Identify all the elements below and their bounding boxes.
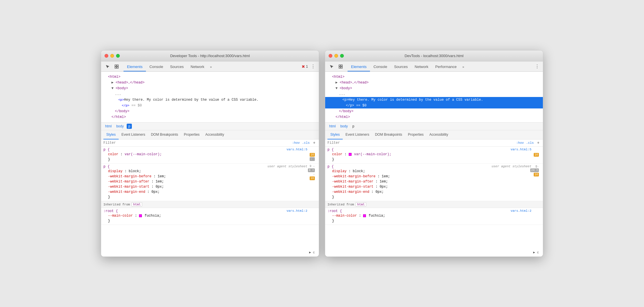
css-source-link-1[interactable]: vars.html:5 [286,148,307,151]
minimize-button-1[interactable] [110,54,114,58]
dom-p-content[interactable]: <p>Hey there. My color is determined by … [101,97,319,103]
inherited-from-1: Inherited from html [101,201,319,208]
style-tab-properties[interactable]: Properties [181,130,203,139]
css-source-ua-2: user agent stylesheet [491,165,531,168]
prop-val-ma-2: 1em; [380,180,388,184]
style-tab-accessibility[interactable]: Accessibility [203,130,227,139]
body-expand-2[interactable]: ▼ [336,86,338,90]
toolbar-right-2: ⋮ [534,63,541,70]
tab-network-1[interactable]: Network [187,62,208,71]
color-swatch-fuchsia-2[interactable] [363,214,366,217]
style-tab-accessibility-2[interactable]: Accessibility [427,130,451,139]
tab-more-1[interactable]: » [208,62,214,71]
dom-body[interactable]: ▼ <body> [101,86,319,91]
close-button-1[interactable] [105,54,108,58]
ellipsis-text-2: ... [339,92,345,96]
maximize-button-2[interactable] [340,54,344,58]
style-tab-dom-breakpoints-2[interactable]: DOM Breakpoints [372,130,405,139]
css-prop-mb: -webkit-margin-before : 1em; [103,174,307,179]
dom-head[interactable]: ▶ <head>…</head> [101,80,319,86]
prop-colon-me: : [147,190,151,194]
body-expand[interactable]: ▼ [111,86,113,90]
close-button-2[interactable] [329,54,332,58]
tab-more-2[interactable]: » [460,62,466,71]
css-source-root[interactable]: vars.html:2 [286,209,307,213]
cursor-icon[interactable] [103,63,111,71]
filter-cls-1[interactable]: .cls [302,141,310,145]
tab-elements-2[interactable]: Elements [348,62,370,71]
dom-html-close: </html> [101,114,319,120]
styles-panel-1[interactable]: :hov .cls + p { vars.html:5 color : var(… [101,139,319,257]
css-rule-root: :root { vars.html:2 --main-color : fuchs… [101,208,319,225]
tab-elements-1[interactable]: Elements [124,62,146,71]
dom-p-content-2[interactable]: <p>Hey there. My color is determined by … [325,97,543,103]
style-tab-styles-2[interactable]: Styles [327,130,343,139]
body-close-tag: </body> [115,109,129,113]
breadcrumb-p[interactable]: p [127,124,132,129]
head-expand[interactable]: ▶ [111,81,113,85]
prop-colon-2: : [344,152,348,156]
style-tab-styles[interactable]: Styles [103,130,119,139]
dom-head-2[interactable]: ▶ <head>…</head> [325,80,543,86]
style-tab-properties-2[interactable]: Properties [405,130,427,139]
css-source-link-2[interactable]: vars.html:5 [510,148,531,151]
filter-hov-2[interactable]: :hov [516,141,524,145]
dom-html[interactable]: <html> [101,74,319,80]
dom-p-close-2[interactable]: </p> == $0 [325,103,543,108]
breadcrumb-html-2[interactable]: html [327,124,338,129]
css-selector-root: :root { [103,209,118,213]
window-title-2: DevTools - localhost:3000/vars.html [404,54,463,58]
inspect-icon[interactable] [113,63,121,71]
dom-body-2[interactable]: ▼ <body> [325,86,543,91]
close-brace-1: } [108,158,110,162]
side-numbers-ua: 9 - 8 × - 16 [308,165,315,180]
add-style-rule-1[interactable]: + [312,141,317,145]
body-close-tag-2: </body> [339,109,353,113]
maximize-button-1[interactable] [116,54,120,58]
tab-bar-1: Elements Console Sources Network » [124,61,214,71]
sn-dash: - [313,173,315,176]
breadcrumb-html[interactable]: html [103,124,113,129]
breadcrumb-body-2[interactable]: body [339,124,350,129]
filter-input-1[interactable] [103,141,290,145]
cursor-icon-2[interactable] [327,63,336,71]
tab-sources-1[interactable]: Sources [167,62,187,71]
sn-9: 9 - [310,165,315,168]
dom-html-2[interactable]: <html> [325,74,543,80]
filter-hov-1[interactable]: :hov [292,141,300,145]
tab-sources-2[interactable]: Sources [391,62,411,71]
tab-console-1[interactable]: Console [146,62,167,71]
style-tab-event-listeners-2[interactable]: Event Listeners [343,130,372,139]
color-swatch-fuchsia-1[interactable] [139,214,142,217]
tab-console-2[interactable]: Console [370,62,391,71]
tab-bar-2: Elements Console Sources Network Perform… [348,61,466,71]
head-expand-2[interactable]: ▶ [336,81,338,85]
styles-panel-2[interactable]: :hov .cls + p { vars.html:5 color : var(… [325,139,543,257]
prop-colon-d2: : [349,169,353,173]
prop-colon: : [120,152,124,156]
style-tab-dom-breakpoints[interactable]: DOM Breakpoints [148,130,181,139]
color-swatch-color-2[interactable] [349,153,352,156]
toolbar-icons-1 [103,63,121,71]
menu-button-2[interactable]: ⋮ [534,63,541,70]
breadcrumb-p-2[interactable]: p [351,124,356,129]
toolbar-2: Elements Console Sources Network Perform… [325,61,543,72]
dom-ellipsis: ... [101,91,319,97]
dom-p-close[interactable]: </p> == $0 [101,103,319,108]
tab-performance-2[interactable]: Performance [432,62,460,71]
css-source-root-2[interactable]: vars.html:2 [510,209,531,213]
menu-button-1[interactable]: ⋮ [310,63,317,70]
inherited-tag-html-1[interactable]: html [132,202,142,207]
tab-network-2[interactable]: Network [411,62,432,71]
minimize-button-2[interactable] [334,54,338,58]
prop-colon-ma2: : [375,180,379,184]
style-tab-event-listeners[interactable]: Event Listeners [119,130,148,139]
prop-val-ms-2: 0px; [380,185,388,189]
inspect-icon-2[interactable] [337,63,345,71]
add-style-rule-2[interactable]: + [536,141,541,145]
filter-input-2[interactable] [327,141,514,145]
inherited-tag-html-2[interactable]: html [356,202,366,207]
html-tag-2: <html> [332,75,344,79]
filter-cls-2[interactable]: .cls [526,141,534,145]
breadcrumb-body[interactable]: body [115,124,126,129]
